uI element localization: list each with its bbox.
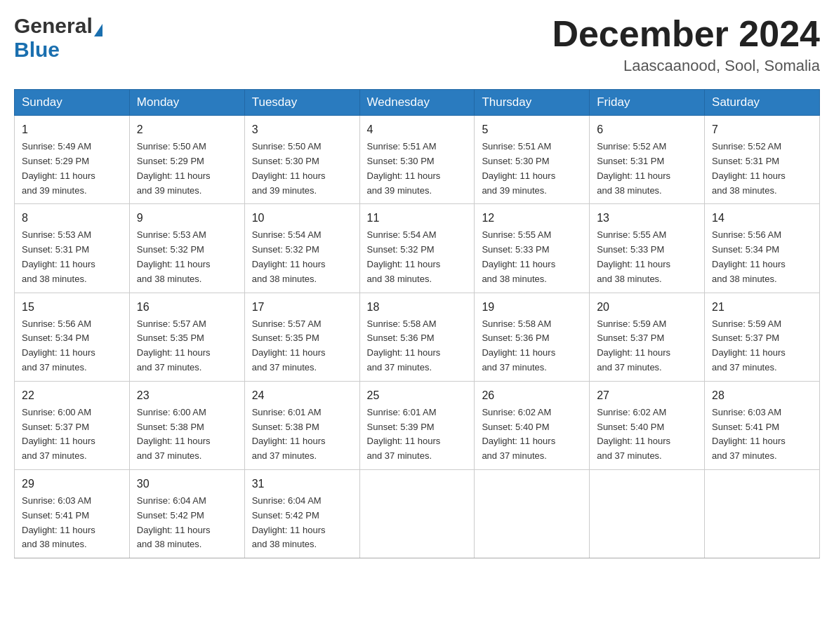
day-number: 27 [597,387,697,404]
calendar-cell [475,469,590,558]
calendar-cell: 7 Sunrise: 5:52 AMSunset: 5:31 PMDayligh… [705,116,820,204]
day-number: 3 [252,121,352,138]
week-row-1: 1 Sunrise: 5:49 AMSunset: 5:29 PMDayligh… [15,116,820,204]
day-number: 19 [482,299,582,316]
day-info: Sunrise: 5:59 AMSunset: 5:37 PMDaylight:… [712,318,786,373]
day-number: 16 [137,299,237,316]
day-number: 14 [712,210,812,227]
day-info: Sunrise: 5:59 AMSunset: 5:37 PMDaylight:… [597,318,670,373]
day-number: 20 [597,299,697,316]
day-number: 1 [22,121,122,138]
day-number: 15 [22,299,122,316]
day-number: 18 [367,299,468,316]
calendar-cell: 24 Sunrise: 6:01 AMSunset: 5:38 PMDaylig… [244,381,359,469]
header-sunday: Sunday [15,90,130,116]
calendar-cell: 5 Sunrise: 5:51 AMSunset: 5:30 PMDayligh… [475,116,590,204]
day-number: 29 [22,476,122,492]
header-friday: Friday [590,90,705,116]
day-info: Sunrise: 5:56 AMSunset: 5:34 PMDaylight:… [22,318,95,373]
calendar-cell [705,469,820,558]
calendar-cell: 16 Sunrise: 5:57 AMSunset: 5:35 PMDaylig… [129,293,244,381]
calendar-cell [590,469,705,558]
day-info: Sunrise: 5:53 AMSunset: 5:32 PMDaylight:… [137,229,211,283]
day-number: 31 [252,476,352,492]
calendar-cell: 23 Sunrise: 6:00 AMSunset: 5:38 PMDaylig… [129,381,244,469]
calendar-cell: 18 Sunrise: 5:58 AMSunset: 5:36 PMDaylig… [359,293,475,381]
calendar-cell [359,469,475,558]
day-info: Sunrise: 5:58 AMSunset: 5:36 PMDaylight:… [482,318,555,373]
day-number: 28 [712,387,812,404]
calendar-cell: 21 Sunrise: 5:59 AMSunset: 5:37 PMDaylig… [705,293,820,381]
day-info: Sunrise: 6:03 AMSunset: 5:41 PMDaylight:… [712,407,786,461]
calendar-cell: 12 Sunrise: 5:55 AMSunset: 5:33 PMDaylig… [475,204,590,293]
day-info: Sunrise: 5:51 AMSunset: 5:30 PMDaylight:… [482,141,555,195]
day-info: Sunrise: 5:50 AMSunset: 5:30 PMDaylight:… [252,141,326,195]
day-number: 26 [482,387,582,404]
calendar-cell: 6 Sunrise: 5:52 AMSunset: 5:31 PMDayligh… [590,116,705,204]
day-number: 25 [367,387,468,404]
day-info: Sunrise: 6:00 AMSunset: 5:38 PMDaylight:… [137,407,211,461]
day-info: Sunrise: 6:04 AMSunset: 5:42 PMDaylight:… [252,495,326,549]
header-thursday: Thursday [475,90,590,116]
day-info: Sunrise: 6:02 AMSunset: 5:40 PMDaylight:… [482,407,555,461]
day-number: 8 [22,210,122,227]
day-info: Sunrise: 5:54 AMSunset: 5:32 PMDaylight:… [252,229,326,283]
day-number: 2 [137,121,237,138]
calendar-table: SundayMondayTuesdayWednesdayThursdayFrid… [14,89,820,558]
day-number: 17 [252,299,352,316]
day-info: Sunrise: 5:57 AMSunset: 5:35 PMDaylight:… [252,318,326,373]
day-info: Sunrise: 5:52 AMSunset: 5:31 PMDaylight:… [597,141,670,195]
calendar-cell: 14 Sunrise: 5:56 AMSunset: 5:34 PMDaylig… [705,204,820,293]
calendar-cell: 2 Sunrise: 5:50 AMSunset: 5:29 PMDayligh… [129,116,244,204]
day-info: Sunrise: 5:55 AMSunset: 5:33 PMDaylight:… [597,229,670,283]
calendar-cell: 11 Sunrise: 5:54 AMSunset: 5:32 PMDaylig… [359,204,475,293]
logo-general: General [14,14,93,38]
day-number: 5 [482,121,582,138]
day-number: 4 [367,121,468,138]
calendar-cell: 17 Sunrise: 5:57 AMSunset: 5:35 PMDaylig… [244,293,359,381]
week-row-5: 29 Sunrise: 6:03 AMSunset: 5:41 PMDaylig… [15,469,820,558]
calendar-cell: 25 Sunrise: 6:01 AMSunset: 5:39 PMDaylig… [359,381,475,469]
day-number: 11 [367,210,468,227]
day-info: Sunrise: 5:58 AMSunset: 5:36 PMDaylight:… [367,318,441,373]
day-number: 24 [252,387,352,404]
calendar-cell: 28 Sunrise: 6:03 AMSunset: 5:41 PMDaylig… [705,381,820,469]
calendar-cell: 31 Sunrise: 6:04 AMSunset: 5:42 PMDaylig… [244,469,359,558]
title-block: December 2024 Laascaanood, Sool, Somalia [552,14,820,75]
day-info: Sunrise: 5:55 AMSunset: 5:33 PMDaylight:… [482,229,555,283]
day-info: Sunrise: 6:04 AMSunset: 5:42 PMDaylight:… [137,495,211,549]
day-info: Sunrise: 5:51 AMSunset: 5:30 PMDaylight:… [367,141,441,195]
calendar-cell: 8 Sunrise: 5:53 AMSunset: 5:31 PMDayligh… [15,204,130,293]
day-info: Sunrise: 5:57 AMSunset: 5:35 PMDaylight:… [137,318,211,373]
day-info: Sunrise: 6:03 AMSunset: 5:41 PMDaylight:… [22,495,95,549]
day-number: 13 [597,210,697,227]
location-subtitle: Laascaanood, Sool, Somalia [552,57,820,75]
calendar-cell: 20 Sunrise: 5:59 AMSunset: 5:37 PMDaylig… [590,293,705,381]
week-row-3: 15 Sunrise: 5:56 AMSunset: 5:34 PMDaylig… [15,293,820,381]
day-info: Sunrise: 5:54 AMSunset: 5:32 PMDaylight:… [367,229,441,283]
day-number: 23 [137,387,237,404]
month-year-title: December 2024 [552,14,820,54]
calendar-cell: 3 Sunrise: 5:50 AMSunset: 5:30 PMDayligh… [244,116,359,204]
calendar-cell: 10 Sunrise: 5:54 AMSunset: 5:32 PMDaylig… [244,204,359,293]
calendar-cell: 29 Sunrise: 6:03 AMSunset: 5:41 PMDaylig… [15,469,130,558]
day-info: Sunrise: 6:01 AMSunset: 5:38 PMDaylight:… [252,407,326,461]
calendar-cell: 27 Sunrise: 6:02 AMSunset: 5:40 PMDaylig… [590,381,705,469]
calendar-cell: 22 Sunrise: 6:00 AMSunset: 5:37 PMDaylig… [15,381,130,469]
day-number: 22 [22,387,122,404]
week-row-2: 8 Sunrise: 5:53 AMSunset: 5:31 PMDayligh… [15,204,820,293]
header-saturday: Saturday [705,90,820,116]
day-info: Sunrise: 5:56 AMSunset: 5:34 PMDaylight:… [712,229,786,283]
day-info: Sunrise: 6:02 AMSunset: 5:40 PMDaylight:… [597,407,670,461]
calendar-cell: 1 Sunrise: 5:49 AMSunset: 5:29 PMDayligh… [15,116,130,204]
header-tuesday: Tuesday [244,90,359,116]
week-row-4: 22 Sunrise: 6:00 AMSunset: 5:37 PMDaylig… [15,381,820,469]
day-number: 6 [597,121,697,138]
day-info: Sunrise: 5:53 AMSunset: 5:31 PMDaylight:… [22,229,95,283]
day-number: 12 [482,210,582,227]
calendar-cell: 19 Sunrise: 5:58 AMSunset: 5:36 PMDaylig… [475,293,590,381]
day-info: Sunrise: 6:01 AMSunset: 5:39 PMDaylight:… [367,407,441,461]
logo: General Blue [14,14,102,62]
header-monday: Monday [129,90,244,116]
calendar-cell: 4 Sunrise: 5:51 AMSunset: 5:30 PMDayligh… [359,116,475,204]
